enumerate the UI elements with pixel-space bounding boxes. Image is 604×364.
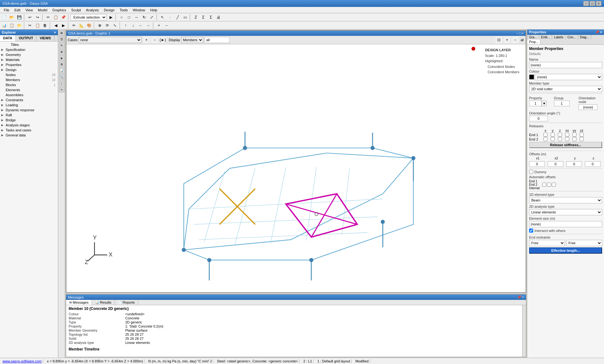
tree-general-data[interactable]: ▶ General data [0, 133, 58, 138]
orient-angle-input[interactable] [529, 116, 548, 121]
tb2-left[interactable]: ← [137, 22, 144, 29]
tab-output[interactable]: OUTPUT [16, 35, 37, 41]
tb2-node-scale[interactable]: ⤡ [111, 22, 118, 29]
tb2-plus[interactable]: + [155, 22, 162, 29]
tree-nodes[interactable]: Nodes 28 [0, 72, 58, 77]
icon-panel-btn9[interactable]: ↕ [59, 80, 65, 86]
tb-btn-scale[interactable]: ⤢ [148, 14, 155, 21]
messages-pin-btn[interactable]: 📌 [517, 295, 522, 299]
end-r1-select[interactable]: Free [529, 240, 565, 246]
extrude-go-btn[interactable]: ▶ [107, 14, 114, 21]
dummy-checkbox[interactable] [529, 170, 533, 174]
tb-btn-rect[interactable]: □ [126, 14, 133, 21]
display-filter[interactable] [205, 37, 230, 43]
tb2-arr-left[interactable]: ◀ [52, 22, 59, 29]
tree-constraints[interactable]: ▶ Constraints [0, 97, 58, 102]
name-input[interactable] [529, 62, 602, 68]
tb-sum-btn[interactable]: Σ [207, 14, 214, 21]
tb-btn-rotate[interactable]: ↻ [141, 14, 148, 21]
tb-btn-circle[interactable]: ○ [118, 14, 125, 21]
end2-zz[interactable] [578, 137, 585, 141]
prop-tab-diag[interactable]: Diag... [578, 35, 591, 40]
end2-x[interactable] [542, 137, 549, 141]
display-select[interactable]: Members [181, 37, 203, 43]
menu-file[interactable]: File [1, 8, 12, 13]
icon-panel-btn7[interactable]: 📊 [59, 68, 65, 74]
tab-reports[interactable]: 📄 Reports [115, 300, 138, 305]
save-btn[interactable]: 💾 [16, 14, 23, 21]
auto-end2[interactable] [547, 183, 551, 187]
icon-panel-btn2[interactable]: ☰ [59, 36, 65, 42]
undo-btn[interactable]: ↩ [26, 14, 33, 21]
zoom-in-btn[interactable]: + [504, 36, 511, 43]
orientation-node-input[interactable] [579, 104, 597, 110]
menu-help[interactable]: Help [148, 8, 160, 13]
tree-members[interactable]: Members 10 [0, 77, 58, 82]
colour-select[interactable]: (none) [535, 74, 602, 80]
tab-messages[interactable]: ✉ Messages [66, 300, 92, 305]
cases-add-btn[interactable]: + [143, 36, 150, 43]
tb-print-btn[interactable]: 🖨 [215, 14, 222, 21]
end-r2-select[interactable]: Free [566, 240, 602, 246]
explorer-close[interactable]: × [54, 30, 56, 34]
tree-properties[interactable]: ▶ Properties [0, 62, 58, 67]
menu-analysis[interactable]: Analysis [83, 8, 101, 13]
tb2-up[interactable]: ↑ [122, 22, 129, 29]
prop-close-btn[interactable]: × [600, 30, 602, 34]
tree-design[interactable]: ▶ Design [0, 67, 58, 72]
icon-panel-btn4[interactable]: ⊕ [59, 49, 65, 55]
property-dropdown-btn[interactable]: ▼ [542, 101, 547, 106]
icon-panel-btn6[interactable]: ⚙ [59, 62, 65, 67]
tb-area-btn[interactable]: ▭ [182, 14, 189, 21]
effective-length-btn[interactable]: Effective length... [529, 247, 602, 254]
close-btn[interactable]: × [596, 1, 601, 6]
tb-select-btn[interactable]: ↖ [159, 14, 166, 21]
redo-btn[interactable]: ↪ [34, 14, 41, 21]
group-input[interactable] [554, 101, 570, 106]
tree-specification[interactable]: ▶ Specification [0, 47, 58, 52]
prop-tab-gra[interactable]: Gra... [527, 35, 539, 40]
tb2-btn2[interactable]: 📋 [8, 22, 15, 29]
zoom-out-btn[interactable]: − [512, 36, 519, 43]
menu-window[interactable]: Window [130, 8, 148, 13]
paste-btn[interactable]: 📌 [60, 14, 67, 21]
icon-panel-btn1[interactable]: ⊞ [59, 30, 65, 36]
end2-z[interactable] [556, 137, 563, 141]
property-input[interactable] [529, 101, 542, 106]
tb2-btn3[interactable]: 📁 [16, 22, 23, 29]
cases-select[interactable]: none [79, 37, 142, 43]
tb2-arr-right[interactable]: ▶ [60, 22, 67, 29]
copy-btn[interactable]: 📋 [52, 14, 59, 21]
tree-loading[interactable]: ▶ Loading [0, 102, 58, 108]
cases-anim-btn[interactable]: (►) [159, 36, 166, 43]
tab-results[interactable]: 📊 Results [92, 300, 115, 305]
tb2-node-rotate[interactable]: ⟳ [104, 22, 111, 29]
offset-y-input[interactable] [566, 161, 582, 167]
offset-x1-input[interactable] [529, 161, 545, 167]
tb2-btn1[interactable]: 📊 [1, 22, 8, 29]
offset-z-input[interactable] [585, 161, 601, 167]
analysis2d-select[interactable]: Linear elements [529, 209, 602, 215]
graphic-canvas[interactable]: DESIGN LAYER Scale: 1:280.1 Highlighted:… [66, 44, 526, 292]
maximize-btn[interactable]: □ [590, 1, 595, 6]
end2-y[interactable] [549, 137, 556, 141]
auto-end1[interactable] [542, 183, 546, 187]
prop-tab-entit[interactable]: Entit... [539, 35, 552, 40]
zoom-fit-btn[interactable]: ⊡ [495, 36, 502, 43]
tb2-down[interactable]: ↓ [130, 22, 137, 29]
tb2-minus[interactable]: − [163, 22, 170, 29]
tree-bridge[interactable]: ▶ Bridge [0, 118, 58, 123]
tree-dynamic-response[interactable]: ▶ Dynamic response [0, 108, 58, 113]
prop-tab-con[interactable]: Con... [566, 35, 578, 40]
menu-design[interactable]: Design [101, 8, 117, 13]
tb2-right[interactable]: → [145, 22, 152, 29]
tree-titles[interactable]: Titles [0, 42, 58, 47]
tab-views[interactable]: VIEWS [37, 35, 54, 41]
end1-y[interactable] [549, 133, 556, 137]
tree-blocks[interactable]: Blocks 1 [0, 82, 58, 87]
menu-graphics[interactable]: Graphics [50, 8, 69, 13]
end2-yy[interactable] [571, 137, 578, 141]
end1-x[interactable] [542, 133, 549, 137]
offset-x2-input[interactable] [548, 161, 563, 167]
icon-panel-btn3[interactable]: ✎ [59, 43, 65, 48]
